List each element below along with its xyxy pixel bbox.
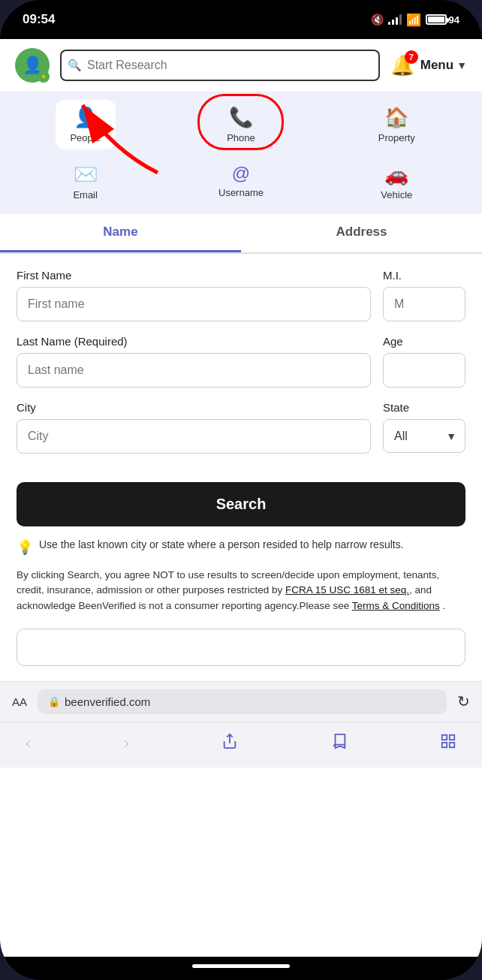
search-bar-wrapper: 🔍 [60,50,380,81]
avatar: 👤 ★ [15,48,50,83]
category-phone[interactable]: 📞 Phone [211,100,271,149]
status-icons: 🔇 📶 94 [371,13,459,27]
age-col: Age [383,335,465,387]
first-name-input[interactable] [17,287,371,321]
menu-chevron-icon: ▼ [456,59,467,71]
notification-badge: 7 [405,50,418,64]
category-people[interactable]: 👤 People [56,100,116,149]
home-indicator [192,964,290,968]
property-icon: 🏠 [384,106,408,129]
state-select[interactable]: All ALAKAZ ARCACO CTDEFL GAHIID ILINIA K… [383,419,465,453]
url-box[interactable]: 🔒 beenverified.com [38,689,447,714]
mi-label: M.I. [383,269,465,282]
last-name-input[interactable] [17,353,371,387]
signal-bar-1 [388,22,390,25]
svg-rect-4 [442,743,447,747]
bell-container[interactable]: 🔔 7 [390,54,414,77]
battery [426,14,447,25]
battery-text: 94 [449,14,459,26]
username-icon: @ [232,163,250,184]
category-vehicle[interactable]: 🚗 Vehicle [366,157,426,207]
status-bar: 09:54 🔇 📶 94 [0,0,482,39]
battery-box: 94 [426,14,459,26]
email-icon: ✉️ [74,163,98,186]
browser-bar: AA 🔒 beenverified.com ↻ [0,681,482,722]
fcra-link[interactable]: FCRA 15 USC 1681 et seq. [285,584,409,596]
svg-rect-5 [450,743,454,747]
form-row-2: Last Name (Required) Age [17,335,465,387]
age-label: Age [383,335,465,348]
bulb-icon: 💡 [17,539,33,556]
city-label: City [17,401,371,414]
tabs: Name Address [0,214,482,254]
property-label: Property [378,132,415,143]
tab-name[interactable]: Name [0,214,241,252]
form-row-3: City State All ALAKAZ ARCACO CTDEFL GAHI… [17,401,465,454]
state-label: State [383,401,465,414]
info-text-content: Use the last known city or state where a… [39,538,404,550]
vehicle-label: Vehicle [381,189,412,201]
app-header: 👤 ★ 🔍 🔔 7 Menu ▼ [0,39,482,92]
signal-bars [388,14,402,25]
category-username[interactable]: @ Username [211,157,271,207]
lock-icon: 🔒 [48,696,60,707]
bottom-toolbar: ‹ › [0,722,482,767]
first-name-col: First Name [17,269,371,321]
wifi-icon: 📶 [406,13,421,27]
category-email[interactable]: ✉️ Email [56,157,116,207]
tabs-button[interactable] [437,730,459,757]
legal-text: By clicking Search, you agree NOT to use… [0,568,482,629]
aa-text[interactable]: AA [12,695,27,708]
battery-fill [428,17,444,23]
refresh-icon[interactable]: ↻ [457,692,470,710]
forward-button[interactable]: › [121,731,132,756]
last-name-label: Last Name (Required) [17,335,371,348]
category-nav: 👤 People 📞 Phone 🏠 Property [0,92,482,214]
avatar-star: ★ [38,71,50,83]
username-label: Username [218,187,264,198]
mi-input[interactable] [383,287,465,321]
category-property[interactable]: 🏠 Property [366,100,426,149]
form-row-1: First Name M.I. [17,269,465,321]
search-icon: 🔍 [68,59,82,72]
tab-address[interactable]: Address [241,214,482,252]
header-right: 🔔 7 Menu ▼ [390,54,467,77]
svg-rect-3 [450,735,454,740]
phone-label: Phone [227,132,255,143]
age-input[interactable] [383,353,465,387]
back-button[interactable]: ‹ [23,731,34,756]
last-name-col: Last Name (Required) [17,335,371,387]
signal-bar-2 [392,20,394,25]
mute-icon: 🔇 [371,14,384,26]
signal-bar-4 [399,14,402,25]
bottom-card [17,629,465,666]
share-button[interactable] [218,730,241,757]
people-icon: 👤 [74,106,98,129]
svg-rect-2 [442,735,447,740]
url-text: beenverified.com [65,695,150,708]
city-col: City [17,401,371,454]
vehicle-icon: 🚗 [384,163,408,186]
search-input[interactable] [60,50,380,81]
status-time: 09:54 [23,12,55,27]
form-section: First Name M.I. Last Name (Required) Age [0,254,482,482]
info-text: 💡 Use the last known city or state where… [0,538,482,568]
phone-item-wrapper: 📞 Phone [211,100,271,149]
legal-text-3: . [440,600,446,611]
phone-icon: 📞 [229,106,253,129]
bookmarks-button[interactable] [328,730,351,757]
search-button[interactable]: Search [17,482,465,526]
state-select-wrapper: All ALAKAZ ARCACO CTDEFL GAHIID ILINIA K… [383,419,465,453]
people-label: People [70,132,100,143]
mi-col: M.I. [383,269,465,321]
terms-link[interactable]: Terms & Conditions [352,600,440,611]
screen: 👤 ★ 🔍 🔔 7 Menu ▼ [0,39,482,957]
email-label: Email [73,189,98,201]
state-col: State All ALAKAZ ARCACO CTDEFL GAHIID IL… [383,401,465,454]
city-input[interactable] [17,419,371,454]
category-row-2: ✉️ Email @ Username 🚗 Vehicle [0,157,482,214]
signal-bar-3 [396,17,398,25]
menu-button[interactable]: Menu ▼ [420,58,467,73]
category-row-1: 👤 People 📞 Phone 🏠 Property [0,100,482,157]
first-name-label: First Name [17,269,371,282]
